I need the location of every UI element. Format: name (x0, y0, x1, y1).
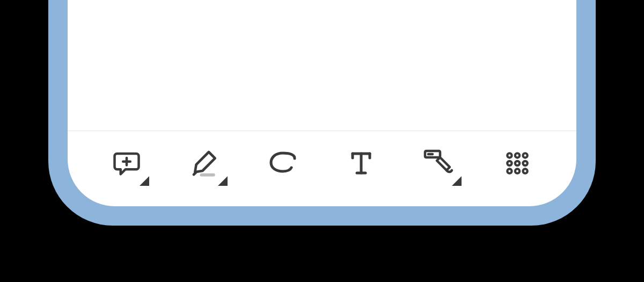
svg-point-12 (523, 153, 527, 157)
svg-point-14 (515, 161, 519, 165)
lasso-icon (268, 151, 298, 176)
svg-point-16 (507, 169, 511, 173)
text-icon (348, 149, 374, 177)
grid-icon (504, 150, 531, 177)
signature-icon (423, 149, 455, 178)
svg-point-13 (507, 161, 511, 165)
svg-point-18 (523, 169, 527, 173)
submenu-indicator-icon (140, 176, 149, 186)
comment-plus-icon (112, 149, 141, 178)
lasso-button[interactable] (261, 142, 304, 185)
svg-point-17 (515, 169, 519, 173)
text-button[interactable] (340, 142, 383, 185)
submenu-indicator-icon (218, 176, 228, 186)
submenu-indicator-icon (452, 176, 462, 186)
svg-point-10 (507, 153, 511, 157)
highlight-button[interactable] (184, 142, 226, 185)
document-content: has been the industry's standard dummy t… (68, 0, 576, 131)
device-frame: has been the industry's standard dummy t… (48, 0, 596, 226)
svg-point-15 (523, 161, 527, 165)
svg-rect-2 (200, 173, 215, 177)
screen: has been the industry's standard dummy t… (68, 0, 576, 206)
more-tools-button[interactable] (496, 142, 539, 185)
highlighter-icon (190, 148, 220, 178)
draw-sign-button[interactable] (418, 142, 460, 185)
add-comment-button[interactable] (105, 142, 148, 185)
svg-point-11 (515, 153, 519, 157)
annotation-toolbar (68, 131, 576, 206)
